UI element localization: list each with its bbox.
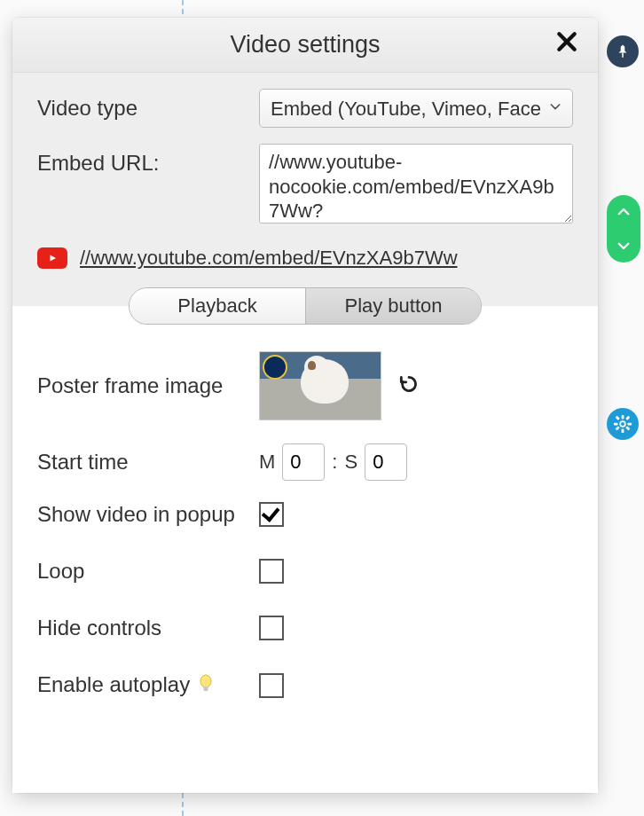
enable-autoplay-checkbox[interactable]	[259, 673, 284, 698]
dialog-lower-section: Poster frame image Start time M : S	[12, 325, 598, 793]
settings-floater-button[interactable]	[607, 408, 639, 440]
time-separator: :	[332, 451, 337, 474]
hide-controls-checkbox[interactable]	[259, 616, 284, 640]
video-type-label: Video type	[37, 96, 259, 121]
loop-row: Loop	[37, 559, 573, 584]
start-time-controls: M : S	[259, 443, 407, 481]
video-type-select-wrap: Embed (YouTube, Vimeo, Facebook)	[259, 89, 573, 128]
svg-point-0	[200, 675, 211, 687]
embed-url-row: Embed URL: //www.youtube-nocookie.com/em…	[37, 144, 573, 224]
tab-playback[interactable]: Playback	[130, 288, 305, 324]
enable-autoplay-label: Enable autoplay	[37, 672, 259, 699]
svg-rect-11	[616, 426, 620, 430]
show-in-popup-row: Show video in popup	[37, 502, 573, 527]
poster-thumbnail-badge	[263, 355, 287, 380]
gear-icon	[613, 414, 632, 434]
youtube-icon	[37, 247, 67, 269]
youtube-url-link[interactable]: //www.youtube.com/embed/EVnzXA9b7Ww	[80, 247, 458, 270]
chevron-down-icon	[616, 238, 632, 254]
poster-frame-label: Poster frame image	[37, 373, 259, 398]
dialog-titlebar: Video settings	[12, 18, 598, 73]
pin-icon	[615, 43, 631, 59]
hide-controls-label: Hide controls	[37, 616, 259, 640]
svg-rect-6	[614, 423, 618, 426]
show-in-popup-label: Show video in popup	[37, 502, 259, 527]
dialog-upper-section: Video type Embed (YouTube, Vimeo, Facebo…	[12, 73, 598, 287]
enable-autoplay-text: Enable autoplay	[37, 672, 190, 696]
embed-url-input[interactable]: //www.youtube-nocookie.com/embed/EVnzXA9…	[259, 144, 573, 224]
close-icon	[555, 30, 578, 53]
minutes-input[interactable]	[282, 443, 325, 481]
video-type-select[interactable]: Embed (YouTube, Vimeo, Facebook)	[259, 89, 573, 128]
loop-label: Loop	[37, 559, 259, 584]
poster-frame-thumbnail[interactable]	[259, 351, 381, 420]
svg-point-12	[621, 422, 624, 426]
svg-rect-2	[622, 53, 624, 58]
close-button[interactable]	[555, 30, 578, 57]
pin-button[interactable]	[607, 35, 639, 67]
svg-rect-1	[203, 687, 208, 691]
undo-icon	[397, 373, 420, 396]
svg-rect-8	[616, 416, 620, 420]
seconds-input[interactable]	[365, 443, 407, 481]
enable-autoplay-row: Enable autoplay	[37, 672, 573, 699]
loop-checkbox[interactable]	[259, 559, 284, 584]
svg-rect-10	[625, 416, 630, 420]
embed-url-label: Embed URL:	[37, 144, 259, 176]
svg-rect-7	[628, 423, 632, 426]
nav-up-down[interactable]	[607, 195, 640, 263]
poster-thumbnail-image	[301, 359, 349, 404]
seconds-label: S	[344, 451, 357, 474]
video-type-row: Video type Embed (YouTube, Vimeo, Facebo…	[37, 89, 573, 128]
tab-strip: Playback Play button	[12, 287, 598, 325]
svg-rect-5	[622, 429, 624, 434]
chevron-up-icon	[616, 204, 632, 220]
hide-controls-row: Hide controls	[37, 616, 573, 640]
show-in-popup-checkbox[interactable]	[259, 502, 284, 527]
dialog-title: Video settings	[230, 31, 380, 59]
tab-segment: Playback Play button	[129, 287, 482, 325]
minutes-label: M	[259, 451, 275, 474]
svg-rect-4	[622, 415, 624, 420]
youtube-link-row: //www.youtube.com/embed/EVnzXA9b7Ww	[37, 239, 573, 287]
video-settings-dialog: Video settings Video type Embed (YouTube…	[12, 18, 598, 793]
start-time-label: Start time	[37, 450, 259, 475]
tab-play-button[interactable]: Play button	[305, 288, 481, 324]
start-time-row: Start time M : S	[37, 443, 573, 481]
poster-frame-row: Poster frame image	[37, 351, 573, 420]
revert-poster-button[interactable]	[397, 373, 420, 399]
svg-rect-9	[625, 426, 630, 430]
lightbulb-icon[interactable]	[198, 674, 214, 699]
